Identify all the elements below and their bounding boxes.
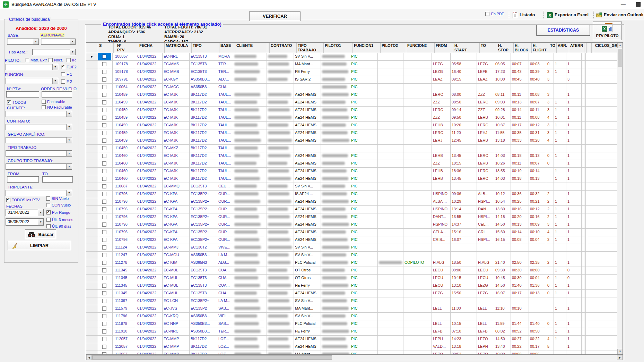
cell-s[interactable]	[98, 351, 111, 354]
limpiar-button[interactable]: LIMPIAR	[8, 241, 71, 250]
cell-s[interactable]	[98, 53, 111, 61]
column-header-t4[interactable]	[584, 43, 587, 53]
grid-row[interactable]: 11046001/04/2022EC-MJKBK117D2TAUL...AE24…	[86, 168, 617, 175]
row-checkbox[interactable]	[102, 322, 106, 326]
funcion-select[interactable]: ▼	[6, 78, 58, 84]
chevron-down-icon[interactable]: ▼	[66, 151, 72, 156]
contrato-select[interactable]: ▼	[6, 124, 72, 130]
row-checkbox[interactable]	[102, 238, 106, 242]
row-checkbox[interactable]	[102, 85, 106, 89]
grid-row[interactable]: 11079601/04/2022EC-KPAEC135P2+OUR...AE24…	[86, 229, 617, 236]
grid-row[interactable]: 11045901/04/2022EC-MJKBK117D2TAUL...AE24…	[86, 114, 617, 122]
cell-s[interactable]	[98, 84, 111, 91]
scroll-up-icon[interactable]: ▲	[617, 43, 623, 48]
cell-s[interactable]	[98, 206, 111, 213]
row-checkbox[interactable]	[102, 108, 106, 112]
grid-row[interactable]: 11006401/04/2022EC-MCCAS350B3...CUA...PI…	[86, 84, 617, 91]
grid-row[interactable]: 11157901/04/2022EC-JVSEC135P2SAB...MA Ma…	[86, 305, 617, 313]
verificar-button[interactable]: VERIFICAR	[249, 11, 301, 21]
horizontal-scrollbar[interactable]: ◀ ▶	[86, 355, 623, 360]
cell-s[interactable]	[98, 213, 111, 221]
cell-s[interactable]	[98, 152, 111, 160]
minimize-button[interactable]: —	[618, 1, 628, 8]
f1f2-checkbox[interactable]: F1/F2	[61, 65, 77, 69]
row-checkbox[interactable]	[102, 154, 106, 158]
column-header-tr[interactable]: TIPO TRABAJO	[297, 43, 324, 53]
chevron-down-icon[interactable]: ▼	[66, 124, 72, 130]
por-rango-checkbox[interactable]: Por Rango	[46, 210, 70, 214]
row-checkbox[interactable]	[102, 169, 106, 173]
column-header-ar[interactable]: ARR.	[557, 43, 569, 53]
grid-row[interactable]: 11079601/04/2022EC-KPAEC135P2+OUR...AE24…	[86, 213, 617, 221]
column-header-hb[interactable]: H. BLOCK	[514, 43, 532, 53]
row-checkbox[interactable]	[102, 116, 106, 120]
grid-row[interactable]: 11045901/04/2022EC-MJKBK117D2TAUL...AE24…	[86, 99, 617, 107]
cell-s[interactable]	[98, 259, 111, 267]
row-checkbox[interactable]	[102, 276, 106, 280]
cell-s[interactable]	[98, 91, 111, 99]
scroll-left-icon[interactable]: ◀	[86, 355, 92, 360]
cell-s[interactable]	[98, 99, 111, 107]
cell-s[interactable]	[98, 129, 111, 137]
nptv-input[interactable]	[6, 91, 39, 98]
row-checkbox[interactable]	[102, 100, 106, 104]
grid-row[interactable]: ►10885701/04/2022EC-NRLEC135T3MORASV Sin…	[86, 53, 617, 61]
row-checkbox[interactable]	[102, 184, 106, 188]
column-header-ti[interactable]: TIPO	[192, 43, 219, 53]
cell-s[interactable]	[98, 168, 111, 175]
chevron-down-icon[interactable]: ▼	[52, 64, 58, 70]
cell-s[interactable]	[98, 114, 111, 122]
from-input[interactable]	[7, 176, 39, 183]
f2-checkbox[interactable]: F 2	[61, 79, 72, 84]
grid-row[interactable]: 10917801/04/2022EC-MMSEC135T3TER...MA Ma…	[86, 61, 617, 68]
grid-row[interactable]: 11046001/04/2022EC-MJKBK117D2TAUL...AE24…	[86, 152, 617, 160]
grid-row[interactable]: 11045901/04/2022EC-MJKBK117D2TAUL...AE24…	[86, 137, 617, 145]
column-header-fe[interactable]: FECHA	[138, 43, 165, 53]
no-facturable-checkbox[interactable]: NO Facturable	[42, 105, 72, 109]
chevron-down-icon[interactable]: ▼	[52, 78, 58, 84]
cell-s[interactable]	[98, 198, 111, 206]
chevron-down-icon[interactable]: ▼	[38, 209, 43, 216]
grupo-analitico-select[interactable]: ▼	[6, 137, 72, 143]
row-checkbox[interactable]	[102, 131, 106, 135]
row-checkbox[interactable]	[102, 253, 106, 257]
row-checkbox[interactable]	[102, 329, 106, 334]
cell-s[interactable]	[98, 175, 111, 183]
ir-checkbox[interactable]: IR	[67, 58, 76, 62]
row-checkbox[interactable]	[102, 222, 106, 227]
cell-s[interactable]	[98, 328, 111, 336]
chevron-down-icon[interactable]: ▼	[70, 39, 75, 44]
horizontal-scroll-thumb[interactable]	[92, 355, 332, 360]
grid-row[interactable]: 11187801/04/2022EC-NNPAS350B3...SAB...PL…	[86, 320, 617, 328]
row-checkbox[interactable]	[102, 207, 106, 211]
row-checkbox[interactable]	[102, 146, 106, 150]
chevron-down-icon[interactable]: ▼	[70, 49, 75, 55]
column-header-t6[interactable]	[589, 43, 592, 53]
row-checkbox[interactable]	[102, 345, 106, 349]
cell-s[interactable]	[98, 236, 111, 244]
en-pdf-checkbox[interactable]: En PDF	[485, 12, 504, 16]
listado-button[interactable]: Listado	[512, 11, 535, 19]
facturable-checkbox[interactable]: Facturable	[42, 100, 65, 104]
row-checkbox[interactable]	[102, 245, 106, 250]
row-checkbox[interactable]	[102, 268, 106, 272]
scroll-down-icon[interactable]: ▼	[617, 349, 623, 354]
grid-row[interactable]: 11127801/04/2022EC-IGMAS365N3ALG...PLC P…	[86, 259, 617, 267]
row-checkbox[interactable]	[102, 138, 106, 143]
tipo-aero-select[interactable]: ▼	[32, 49, 76, 55]
con-vuelo-checkbox[interactable]: CON Vuelo	[46, 203, 71, 207]
chevron-down-icon[interactable]: ▼	[66, 190, 72, 196]
cell-s[interactable]	[98, 122, 111, 129]
row-checkbox[interactable]	[102, 77, 106, 82]
vertical-scrollbar[interactable]: ▲ ▼	[617, 43, 623, 354]
grid-row[interactable]: 11046001/04/2022EC-MJKBK117D2TAUL...AE24…	[86, 160, 617, 168]
grid-row[interactable]: 10979101/04/2022EC-KGYAS350B3...ALC...IS…	[86, 76, 617, 84]
cell-s[interactable]	[98, 343, 111, 351]
exportar-excel-button[interactable]: X Exportar a Excel	[547, 11, 589, 19]
todos-checkbox[interactable]: TODOS	[7, 100, 26, 104]
grid-row[interactable]: 11045901/04/2022EC-MJKBK117D2TAUL...AE24…	[86, 91, 617, 99]
chevron-down-icon[interactable]: ▼	[66, 111, 72, 117]
column-header-hs[interactable]: H. START	[453, 43, 480, 53]
grid-row[interactable]: 11134501/04/2022EC-MULEC135T3CUA...AE24 …	[86, 290, 617, 297]
row-checkbox[interactable]	[102, 123, 106, 127]
